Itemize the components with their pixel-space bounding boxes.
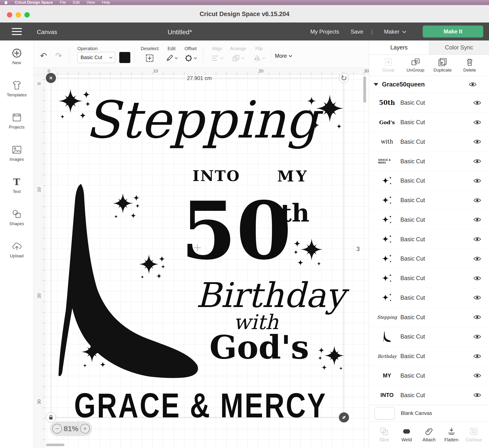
offset-button[interactable]: Offset [178, 46, 203, 63]
menubar-app-name[interactable]: Cricut Design Space [15, 0, 53, 5]
design-word-my[interactable]: MY [277, 168, 308, 184]
layer-row[interactable]: Basic Cut [369, 171, 489, 191]
layer-group-header[interactable]: Grace50queen [369, 76, 489, 93]
layer-row[interactable]: 50th Basic Cut [369, 93, 489, 113]
eye-icon[interactable] [473, 276, 481, 281]
layer-row[interactable]: Basic Cut [369, 191, 489, 210]
rotate-handle[interactable] [339, 73, 349, 83]
sparkle-cluster[interactable] [137, 252, 168, 284]
sparkle-cluster[interactable] [315, 344, 346, 375]
group-button[interactable]: Group [375, 55, 401, 76]
slice-button[interactable]: Slice [373, 422, 395, 448]
sidebar-item-shapes[interactable]: Shapes [0, 201, 33, 234]
layer-thumbnail: God's [378, 119, 396, 125]
menu-view[interactable]: View [87, 0, 95, 5]
undo-button[interactable]: ↶ [40, 51, 47, 60]
sidebar-item-new[interactable]: New [0, 40, 33, 73]
eye-icon[interactable] [473, 334, 481, 339]
design-word-into[interactable]: INTO [192, 168, 240, 183]
flip-button[interactable]: Flip [246, 46, 272, 63]
sidebar-item-images[interactable]: Images [0, 137, 33, 169]
vertical-scrollbar[interactable] [363, 76, 366, 103]
layer-row[interactable]: Basic Cut [369, 249, 489, 269]
hamburger-menu-button[interactable] [12, 28, 22, 35]
layer-row[interactable]: with Basic Cut [369, 132, 489, 152]
duplicate-button[interactable]: Duplicate [430, 55, 455, 76]
eye-icon[interactable] [473, 120, 481, 125]
layer-row[interactable]: GRACE & MERC Basic Cut [369, 152, 489, 171]
eye-icon[interactable] [473, 217, 481, 222]
eye-icon[interactable] [473, 295, 481, 300]
machine-selector[interactable]: Maker [384, 29, 406, 35]
sidebar-item-templates[interactable]: Templates [0, 73, 33, 105]
eye-icon[interactable] [473, 100, 481, 105]
layer-row[interactable]: Basic Cut [369, 288, 489, 308]
zoom-out-button[interactable]: − [52, 424, 62, 433]
flatten-button[interactable]: Flatten [440, 422, 463, 448]
design-word-gods[interactable]: God's [206, 331, 312, 363]
sparkle-cluster[interactable] [111, 192, 143, 224]
eye-icon[interactable] [473, 198, 481, 203]
layer-row[interactable]: Stepping Basic Cut [369, 307, 489, 327]
horizontal-scrollbar[interactable] [46, 444, 65, 446]
operation-select[interactable]: Basic Cut [77, 52, 115, 63]
save-link[interactable]: Save [351, 29, 363, 35]
eye-icon[interactable] [473, 139, 481, 144]
eye-icon[interactable] [473, 236, 481, 242]
menu-file[interactable]: File [60, 0, 66, 5]
deselect-button[interactable]: Deselect [137, 46, 162, 63]
layer-row[interactable]: God's Basic Cut [369, 113, 489, 132]
layer-row[interactable]: Basic Cut [369, 210, 489, 230]
tab-color-sync[interactable]: Color Sync [429, 40, 489, 55]
contour-button[interactable]: Contour [463, 422, 485, 448]
layer-row[interactable]: Basic Cut [369, 230, 489, 249]
document-title[interactable]: Untitled* [168, 29, 192, 36]
sparkle-cluster[interactable] [303, 91, 346, 137]
design-canvas[interactable]: 27.901 cm 3 Stepping INTO MY 50 th Birth… [45, 75, 369, 448]
delete-button[interactable]: Delete [457, 55, 482, 76]
sidebar-item-upload[interactable]: Upload [0, 234, 33, 266]
canvas-swatch[interactable] [375, 407, 395, 419]
sidebar-item-text[interactable]: T Text [0, 169, 33, 201]
color-swatch[interactable] [119, 52, 130, 63]
eye-icon[interactable] [473, 353, 481, 359]
eye-icon[interactable] [473, 392, 481, 398]
tab-layers[interactable]: Layers [369, 40, 429, 55]
eye-icon[interactable] [473, 178, 481, 184]
layer-thumbnail: Birthday [378, 354, 396, 359]
eye-icon[interactable] [473, 314, 481, 320]
design-word-stepping[interactable]: Stepping [80, 94, 324, 145]
attach-button[interactable]: Attach [418, 422, 440, 448]
layer-row[interactable]: INTO Basic Cut [369, 385, 489, 405]
eye-icon[interactable] [473, 256, 481, 262]
eye-icon[interactable] [473, 373, 481, 378]
zoom-in-button[interactable]: + [80, 424, 90, 433]
menu-edit[interactable]: Edit [73, 0, 80, 5]
delete-handle[interactable] [46, 73, 56, 83]
apple-icon[interactable] [4, 0, 8, 5]
sparkle-cluster[interactable] [79, 340, 113, 373]
lock-handle[interactable] [46, 412, 56, 423]
layer-row[interactable]: Basic Cut [369, 327, 489, 347]
sidebar-item-projects[interactable]: Projects [0, 105, 33, 137]
layer-row[interactable]: MY Basic Cut [369, 366, 489, 386]
design-word-th[interactable]: th [280, 201, 309, 225]
eye-icon[interactable] [469, 82, 477, 87]
disclosure-triangle-icon[interactable] [374, 83, 378, 86]
layer-row[interactable]: Birthday Basic Cut [369, 347, 489, 366]
blank-canvas-row[interactable]: Blank Canvas [369, 405, 489, 421]
sparkle-cluster[interactable] [56, 87, 94, 125]
my-projects-link[interactable]: My Projects [310, 29, 339, 35]
more-button[interactable]: More [275, 53, 292, 59]
sparkle-cluster[interactable] [290, 237, 325, 271]
design-word-birthday[interactable]: Birthday [196, 278, 334, 312]
resize-handle[interactable] [339, 412, 349, 423]
menu-help[interactable]: Help [102, 0, 110, 5]
eye-icon[interactable] [473, 159, 481, 164]
design-word-grace-mercy[interactable]: GRACE & MERCY [67, 388, 334, 423]
layer-row[interactable]: Basic Cut [369, 269, 489, 288]
weld-button[interactable]: Weld [396, 422, 418, 448]
make-it-button[interactable]: Make It [423, 25, 483, 38]
redo-button[interactable]: ↷ [55, 51, 62, 60]
ungroup-button[interactable]: UnGroup [403, 55, 428, 76]
